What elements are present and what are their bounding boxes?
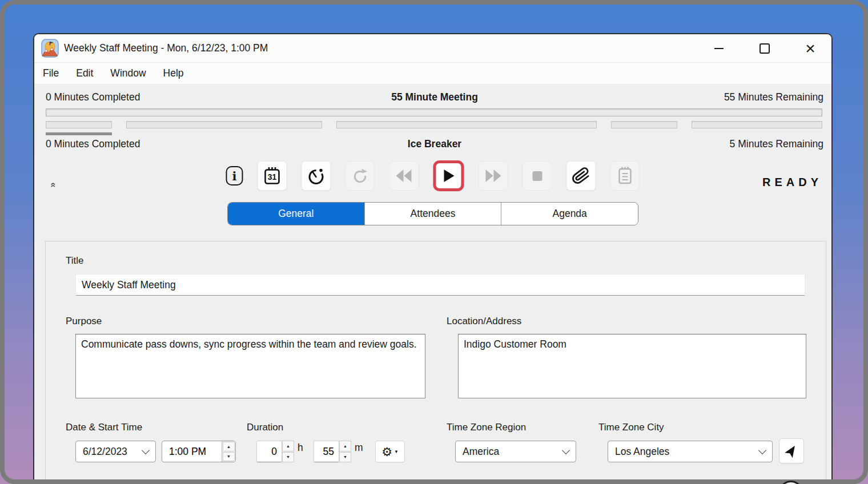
gear-icon: ⚙: [381, 446, 392, 458]
title-input[interactable]: [75, 274, 805, 296]
segment-bar-0[interactable]: [46, 121, 112, 128]
time-down-button[interactable]: ▼: [223, 452, 235, 462]
tab-bar: General Attendees Agenda: [227, 202, 638, 225]
overall-progress-labels: 0 Minutes Completed 55 Minute Meeting 55…: [46, 91, 823, 103]
duration-options-button[interactable]: ⚙ ▼: [375, 441, 405, 462]
fast-forward-button[interactable]: [479, 161, 508, 191]
overall-remaining-label: 55 Minutes Remaining: [580, 91, 823, 103]
date-time-label: Date & Start Time: [66, 422, 142, 433]
reset-icon: [351, 167, 369, 185]
menu-help[interactable]: Help: [155, 63, 192, 84]
double-chevron-up-icon: »: [47, 183, 58, 188]
play-icon: [442, 168, 456, 183]
minutes-unit-label: m: [355, 442, 363, 454]
segment-bar-3[interactable]: [611, 121, 677, 128]
rewind-icon: [396, 168, 413, 183]
spinner-up-icon: ▲: [286, 444, 290, 448]
segment-bar-1[interactable]: [126, 121, 322, 128]
spinner-down-icon: ▼: [343, 455, 347, 459]
collapse-header-button[interactable]: »: [47, 179, 58, 191]
menu-bar: File Edit Window Help: [34, 63, 831, 84]
tz-region-combobox[interactable]: America: [455, 441, 576, 462]
minutes-spinner: ▲ ▼: [339, 441, 351, 462]
tab-agenda[interactable]: Agenda: [501, 203, 638, 225]
chevron-down-icon: [758, 446, 766, 454]
notes-button[interactable]: [610, 161, 640, 191]
tab-attendees[interactable]: Attendees: [365, 203, 502, 225]
duration-hours-input[interactable]: [256, 441, 282, 462]
item-remaining-label: 5 Minutes Remaining: [580, 138, 823, 150]
close-button[interactable]: ×: [797, 35, 823, 62]
tz-city-label: Time Zone City: [598, 422, 664, 433]
current-item-labels: 0 Minutes Completed Ice Breaker 5 Minute…: [46, 138, 823, 150]
spinner-down-icon: ▼: [227, 454, 231, 458]
date-combobox[interactable]: 6/12/2023: [75, 441, 156, 462]
menu-window[interactable]: Window: [102, 63, 154, 84]
window-title: Weekly Staff Meeting - Mon, 6/12/23, 1:0…: [64, 42, 268, 54]
purpose-label: Purpose: [66, 316, 102, 327]
timer-icon: [307, 166, 326, 185]
notepad-icon: [616, 166, 634, 185]
tab-general[interactable]: General: [228, 203, 365, 225]
navigate-arrow-icon: [784, 443, 799, 458]
dropdown-arrow-icon: ▼: [394, 449, 399, 454]
location-label: Location/Address: [447, 316, 521, 327]
paperclip-icon: [572, 167, 590, 185]
play-button[interactable]: [433, 160, 464, 191]
title-bar: Weekly Staff Meeting - Mon, 6/12/23, 1:0…: [34, 34, 831, 63]
meeting-toolbar: i 31: [226, 160, 640, 192]
current-item-title: Ice Breaker: [289, 138, 581, 150]
timer-button[interactable]: [302, 161, 331, 191]
location-textarea[interactable]: Indigo Customer Room: [458, 334, 806, 398]
svg-text:31: 31: [268, 172, 277, 182]
duration-label: Duration: [247, 422, 283, 433]
info-button[interactable]: i: [226, 166, 243, 185]
app-window: Weekly Staff Meeting - Mon, 6/12/23, 1:0…: [33, 33, 833, 484]
minutes-up-button[interactable]: ▲: [339, 441, 351, 451]
overall-progress-bar: [46, 108, 822, 116]
maximize-icon: [760, 43, 770, 54]
meeting-length-title: 55 Minute Meeting: [289, 91, 581, 103]
hours-spinner: ▲ ▼: [282, 441, 294, 462]
calendar-icon: 31: [263, 166, 282, 185]
spinner-up-icon: ▲: [343, 444, 347, 448]
title-label: Title: [66, 255, 84, 267]
time-spinner-field: ▲ ▼: [162, 441, 236, 462]
minimize-icon: [714, 48, 724, 49]
app-icon: [41, 39, 59, 58]
overall-completed-label: 0 Minutes Completed: [46, 91, 289, 103]
time-input[interactable]: [162, 441, 222, 462]
minutes-down-button[interactable]: ▼: [339, 452, 351, 463]
time-up-button[interactable]: ▲: [223, 442, 235, 451]
status-badge: READY: [762, 176, 822, 189]
calendar-button[interactable]: 31: [258, 161, 287, 191]
hours-down-button[interactable]: ▼: [282, 452, 294, 463]
stop-button[interactable]: [523, 161, 552, 191]
segment-bar-4[interactable]: [692, 121, 822, 128]
item-completed-label: 0 Minutes Completed: [46, 138, 289, 150]
chevron-down-icon: [142, 446, 150, 454]
tz-city-value: Los Angeles: [615, 446, 669, 458]
spinner-down-icon: ▼: [286, 455, 290, 459]
segment-bars: [46, 121, 822, 128]
menu-file[interactable]: File: [34, 63, 67, 84]
duration-minutes-input[interactable]: [314, 441, 339, 462]
detect-timezone-button[interactable]: [779, 438, 804, 463]
spinner-up-icon: ▲: [227, 445, 231, 449]
menu-edit[interactable]: Edit: [67, 63, 102, 84]
info-icon: i: [232, 169, 237, 183]
rewind-button[interactable]: [389, 161, 419, 191]
tz-city-combobox[interactable]: Los Angeles: [608, 441, 773, 462]
hours-unit-label: h: [298, 442, 303, 454]
minimize-button[interactable]: [706, 35, 732, 62]
hours-up-button[interactable]: ▲: [282, 441, 294, 451]
stop-icon: [532, 171, 542, 181]
chevron-down-icon: [562, 446, 570, 454]
reset-button[interactable]: [345, 161, 375, 191]
date-value: 6/12/2023: [83, 446, 127, 458]
segment-bar-2[interactable]: [336, 121, 597, 128]
maximize-button[interactable]: [752, 35, 778, 62]
time-spinner: ▲ ▼: [222, 441, 235, 462]
attachment-button[interactable]: [566, 161, 596, 191]
purpose-textarea[interactable]: Communicate pass downs, sync progress wi…: [75, 334, 425, 398]
